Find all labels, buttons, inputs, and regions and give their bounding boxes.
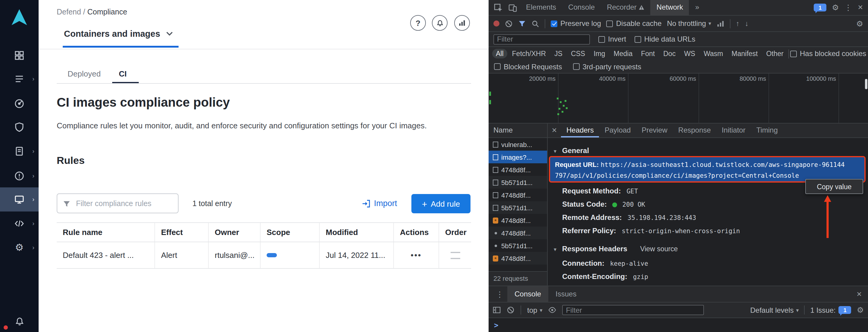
settings-gear-icon[interactable]: ⚙ [832,3,839,12]
request-row[interactable]: 5b571d1... [489,176,547,189]
tab-ci[interactable]: CI [119,69,127,78]
import-har-icon[interactable]: ↑ [736,19,740,28]
chip-img[interactable]: Img [590,49,609,59]
inspect-element-icon[interactable] [491,3,505,12]
request-url-value-line1[interactable]: https://asia-southeast1.cloud.twistlock.… [601,161,845,168]
tab-elements[interactable]: Elements [520,0,562,15]
sidebar-item-settings[interactable]: ⚙ › [0,236,39,260]
request-row-selected[interactable]: images?... [489,151,547,163]
chip-other[interactable]: Other [763,49,787,59]
name-column-header[interactable]: Name [489,124,547,138]
general-section-header[interactable]: ▾ General [554,146,589,156]
row-actions-menu[interactable]: ••• [411,251,422,260]
chip-js[interactable]: JS [551,49,566,59]
sidebar-item-inventory[interactable]: › [0,67,39,91]
tab-timing[interactable]: Timing [751,124,783,137]
request-url-value-line2[interactable]: 797/api/v1/policies/compliance/ci/images… [555,172,799,179]
drawer-tab-console[interactable]: Console [507,286,548,302]
chip-media[interactable]: Media [610,49,637,59]
request-row[interactable]: 4748d8f... [489,163,547,176]
device-toolbar-icon[interactable] [505,3,520,12]
more-options-icon[interactable]: ⋮ [844,3,852,12]
section-selector[interactable]: Containers and images [64,29,173,39]
request-row[interactable]: 5b571d1... [489,239,547,252]
request-row[interactable]: 4748d8f... [489,214,547,227]
request-row[interactable]: 5b571d1... [489,201,547,214]
console-sidebar-icon[interactable] [493,306,501,314]
add-rule-button[interactable]: + Add rule [411,194,470,213]
search-icon[interactable] [531,20,539,27]
context-selector[interactable]: top ▾ [527,306,542,314]
drag-handle-icon[interactable] [450,252,460,259]
sidebar-item-code[interactable]: › [0,211,39,236]
chip-all[interactable]: All [492,49,507,59]
drawer-tab-issues[interactable]: Issues [548,286,584,302]
request-url-row-highlighted[interactable]: Request URL: https://asia-southeast1.clo… [549,156,866,182]
chip-fetch-xhr[interactable]: Fetch/XHR [508,49,550,59]
view-source-link[interactable]: View source [640,245,678,253]
chip-css[interactable]: CSS [567,49,589,59]
issues-counter[interactable]: 1 Issue: 1 [810,306,851,314]
clear-console-icon[interactable] [507,306,515,314]
scope-badge[interactable] [267,253,277,257]
sidebar-item-radar[interactable] [0,92,39,116]
console-settings-gear-icon[interactable]: ⚙ [857,305,864,314]
close-drawer-icon[interactable]: ✕ [857,290,864,298]
chip-font[interactable]: Font [637,49,658,59]
tab-console[interactable]: Console [562,0,601,15]
help-button[interactable]: ? [410,15,426,31]
network-overview-timeline[interactable]: 20000 ms 40000 ms 60000 ms 80000 ms 1000… [489,73,868,124]
preserve-log-checkbox[interactable]: Preserve log [551,19,601,28]
drawer-menu-icon[interactable]: ⋮ [492,290,507,299]
throttling-select[interactable]: No throttling ▾ [667,19,711,28]
record-network-log-button[interactable] [493,21,499,27]
chip-manifest[interactable]: Manifest [728,49,762,59]
tab-response[interactable]: Response [673,124,716,137]
more-tabs-button[interactable]: » [689,0,705,15]
tab-payload[interactable]: Payload [599,124,637,137]
eye-icon[interactable] [548,306,556,314]
overview-scrollbar-thumb[interactable] [865,79,867,89]
blocked-requests-checkbox[interactable]: Blocked Requests [494,62,562,71]
chip-doc[interactable]: Doc [660,49,679,59]
sidebar-item-compliance-report[interactable]: › [0,139,39,163]
invert-checkbox[interactable]: Invert [598,35,626,43]
disable-cache-checkbox[interactable]: Disable cache [607,19,662,28]
issues-badge[interactable]: 1 [814,4,826,11]
sidebar-item-monitor-selected[interactable]: › [0,188,39,211]
console-prompt[interactable]: > [489,318,868,332]
chip-ws[interactable]: WS [680,49,699,59]
prisma-logo-icon[interactable] [9,7,30,28]
clear-network-log-icon[interactable] [505,20,513,27]
notifications-button[interactable] [432,15,447,31]
network-conditions-icon[interactable] [717,20,724,27]
table-row[interactable]: Default 423 - alert ... Alert rtulsani@.… [57,242,471,269]
request-row[interactable]: 4748d8f... [489,227,547,239]
sidebar-item-alerts[interactable]: › [0,164,39,188]
stats-button[interactable] [454,15,470,31]
tab-network[interactable]: Network [651,0,689,15]
third-party-requests-checkbox[interactable]: 3rd-party requests [573,62,641,71]
network-settings-gear-icon[interactable]: ⚙ [856,19,863,28]
tab-deployed[interactable]: Deployed [67,69,101,78]
tab-recorder[interactable]: Recorder [601,0,651,15]
has-blocked-cookies-checkbox[interactable]: Has blocked cookies [790,49,866,58]
sidebar-item-defend[interactable] [0,115,39,139]
console-filter-input[interactable] [562,305,704,315]
import-button[interactable]: Import [362,199,397,208]
request-row[interactable]: vulnerab... [489,138,547,151]
breadcrumb-parent[interactable]: Defend [57,8,81,16]
network-filter-input[interactable] [493,34,590,44]
close-devtools-icon[interactable]: ✕ [858,4,863,11]
tab-initiator[interactable]: Initiator [716,124,751,137]
response-headers-section-header[interactable]: ▾ Response Headers View source [554,244,678,254]
hide-data-urls-checkbox[interactable]: Hide data URLs [634,35,695,43]
cell-rule-name[interactable]: Default 423 - alert ... [57,242,154,268]
tab-headers[interactable]: Headers [561,124,599,137]
tab-preview[interactable]: Preview [636,124,673,137]
copy-value-tooltip[interactable]: Copy value [805,179,863,194]
close-details-icon[interactable]: ✕ [548,127,561,134]
export-har-icon[interactable]: ↓ [745,19,749,28]
log-levels-select[interactable]: Default levels ▾ [750,306,799,314]
request-row[interactable]: 4748d8f... [489,252,547,265]
